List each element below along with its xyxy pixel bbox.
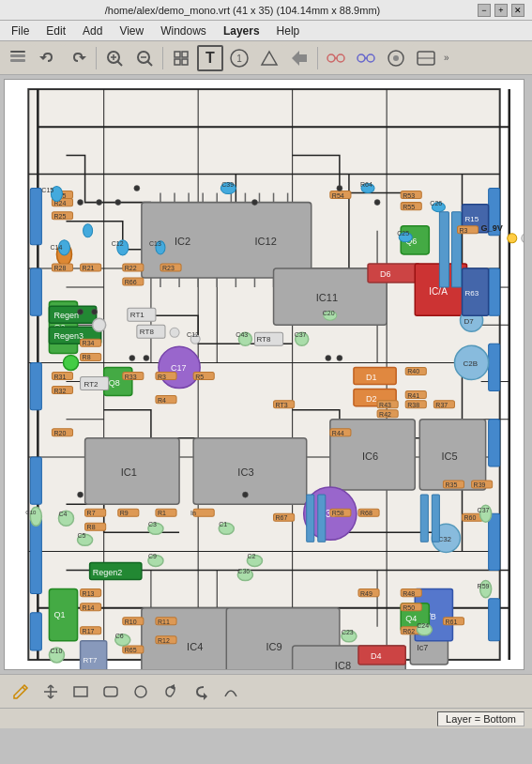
- svg-text:R32: R32: [53, 388, 66, 394]
- svg-rect-316: [451, 212, 461, 287]
- svg-text:R23: R23: [162, 265, 175, 271]
- arrow-button[interactable]: [285, 44, 313, 72]
- svg-text:R31: R31: [53, 374, 66, 380]
- canvas-area[interactable]: IC2 IC12 IC11 IC1 IC3: [4, 79, 524, 670]
- svg-text:C1: C1: [219, 521, 227, 527]
- svg-text:IC5: IC5: [441, 451, 457, 462]
- svg-text:R58: R58: [332, 510, 344, 516]
- svg-point-19: [337, 54, 344, 62]
- svg-text:R8: R8: [83, 354, 91, 360]
- circle-button[interactable]: [128, 679, 154, 705]
- svg-text:IC6: IC6: [362, 451, 378, 462]
- menu-layers[interactable]: Layers: [216, 23, 267, 39]
- svg-text:C14: C14: [50, 244, 62, 251]
- svg-rect-11: [182, 52, 188, 57]
- svg-text:R53: R53: [403, 192, 415, 199]
- text-button[interactable]: T: [197, 45, 223, 71]
- svg-text:R44: R44: [332, 430, 344, 436]
- svg-text:Regen: Regen: [53, 311, 79, 320]
- svg-rect-315: [439, 212, 448, 287]
- svg-text:R20: R20: [53, 430, 66, 436]
- zoom-out-button[interactable]: [130, 44, 159, 72]
- svg-text:RT8: RT8: [256, 335, 271, 344]
- grid-button[interactable]: [167, 44, 195, 72]
- redo-button[interactable]: [64, 44, 92, 72]
- titlebar-controls: − + ✕: [478, 4, 524, 17]
- svg-text:R28: R28: [53, 265, 66, 271]
- svg-rect-48: [489, 420, 500, 466]
- svg-text:D7: D7: [464, 317, 475, 326]
- layers-button[interactable]: [4, 44, 32, 72]
- svg-text:R55: R55: [403, 204, 415, 210]
- back-button[interactable]: [188, 679, 214, 705]
- svg-text:Ic7: Ic7: [417, 643, 428, 652]
- minimize-button[interactable]: −: [478, 4, 491, 17]
- menu-view[interactable]: View: [112, 23, 151, 39]
- statusbar: Layer = Bottom: [0, 708, 532, 728]
- menu-file[interactable]: File: [4, 23, 37, 39]
- pad-button[interactable]: [412, 44, 440, 72]
- pcb-svg: IC2 IC12 IC11 IC1 IC3: [5, 80, 524, 669]
- svg-text:C17: C17: [171, 363, 187, 373]
- svg-rect-43: [30, 518, 41, 593]
- svg-text:R50: R50: [403, 604, 415, 611]
- rect-button[interactable]: [68, 679, 94, 705]
- svg-text:C24: C24: [417, 622, 429, 629]
- connect-button[interactable]: [322, 44, 350, 72]
- maximize-button[interactable]: +: [494, 4, 508, 17]
- num-button[interactable]: 1: [225, 44, 253, 72]
- svg-text:C39: C39: [221, 181, 234, 188]
- svg-point-327: [134, 186, 140, 191]
- svg-rect-313: [307, 495, 314, 542]
- svg-text:R42: R42: [379, 411, 391, 418]
- triangle-button[interactable]: [255, 44, 283, 72]
- separator-3: [317, 47, 318, 69]
- via-button[interactable]: [382, 44, 410, 72]
- menu-edit[interactable]: Edit: [38, 23, 73, 39]
- rotate-button[interactable]: [158, 679, 184, 705]
- svg-rect-47: [489, 344, 500, 390]
- svg-text:R40: R40: [407, 368, 419, 374]
- svg-marker-17: [292, 51, 307, 66]
- curve-button[interactable]: [218, 679, 244, 705]
- more-tools[interactable]: »: [442, 53, 451, 63]
- svg-text:IC8: IC8: [335, 660, 351, 669]
- svg-text:R35: R35: [445, 481, 457, 488]
- svg-text:C9: C9: [148, 553, 157, 559]
- svg-text:C13: C13: [149, 240, 161, 247]
- svg-text:C12: C12: [187, 331, 199, 338]
- svg-text:R12: R12: [158, 637, 170, 644]
- svg-point-322: [508, 234, 517, 243]
- svg-text:IC11: IC11: [316, 292, 338, 303]
- menu-add[interactable]: Add: [75, 23, 110, 39]
- svg-rect-311: [420, 495, 428, 542]
- svg-text:C37: C37: [478, 507, 490, 513]
- svg-text:C20: C20: [323, 310, 335, 316]
- svg-text:R65: R65: [125, 647, 137, 653]
- svg-text:RT8: RT8: [140, 328, 155, 336]
- svg-text:IC4: IC4: [187, 641, 203, 652]
- menu-windows[interactable]: Windows: [153, 23, 214, 39]
- crosshair-button[interactable]: [38, 679, 64, 705]
- svg-text:Regen3: Regen3: [53, 331, 84, 341]
- svg-text:1: 1: [236, 53, 242, 64]
- menu-help[interactable]: Help: [269, 23, 308, 39]
- svg-text:R5: R5: [195, 374, 204, 380]
- rounded-rect-button[interactable]: [98, 679, 124, 705]
- svg-text:R33: R33: [125, 374, 137, 380]
- separator-1: [96, 47, 97, 69]
- svg-text:R37: R37: [435, 402, 448, 408]
- svg-point-348: [135, 686, 146, 697]
- undo-button[interactable]: [34, 44, 62, 72]
- svg-text:R7: R7: [87, 510, 96, 516]
- pencil-button[interactable]: [8, 679, 34, 705]
- close-button[interactable]: ✕: [511, 4, 524, 17]
- svg-point-233: [84, 224, 93, 237]
- svg-marker-16: [262, 52, 277, 65]
- svg-text:R14: R14: [83, 604, 95, 611]
- route-button[interactable]: [352, 44, 380, 72]
- zoom-in-button[interactable]: [100, 44, 129, 72]
- svg-point-332: [92, 309, 98, 314]
- svg-point-334: [242, 492, 248, 497]
- menubar: File Edit Add View Windows Layers Help: [0, 21, 532, 41]
